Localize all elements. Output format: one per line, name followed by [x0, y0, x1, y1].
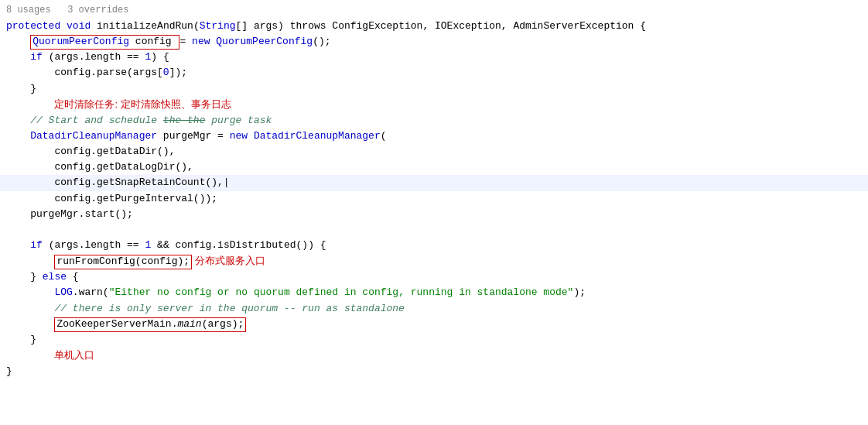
code-line-16: } else { — [0, 269, 868, 285]
code-line-14: if (args.length == 1 && config.isDistrib… — [0, 238, 868, 253]
code-line-12: config.getPurgeInterval()); — [0, 191, 868, 207]
annotation-purge: 定时清除任务: 定时清除快照、事务日志 — [54, 98, 231, 110]
code-line-10: config.getDataLogDir(), — [0, 159, 868, 175]
runfromconfig-box: runFromConfig(config); — [54, 255, 192, 269]
code-line-11: config.getSnapRetainCount(),| — [0, 175, 868, 190]
code-line-blank1 — [0, 222, 868, 238]
code-line-8: DatadirCleanupManager purgeMgr = new Dat… — [0, 129, 868, 144]
quorum-config-box: QuorumPeerConfig config — [30, 35, 179, 50]
code-line-2: QuorumPeerConfig config = new QuorumPeer… — [0, 34, 868, 50]
code-line-9: config.getDataDir(), — [0, 144, 868, 159]
code-line-15: runFromConfig(config);分布式服务入口 — [0, 253, 868, 269]
code-line-20: } — [0, 332, 868, 348]
code-line-6: 定时清除任务: 定时清除快照、事务日志 — [0, 97, 868, 113]
code-line-4: config.parse(args[0]); — [0, 65, 868, 81]
code-line-13: purgeMgr.start(); — [0, 207, 868, 222]
annotation-standalone: 单机入口 — [54, 349, 94, 361]
code-line-18: // there is only server in the quorum --… — [0, 301, 868, 317]
code-line-3: if (args.length == 1) { — [0, 50, 868, 65]
code-line-22: } — [0, 364, 868, 379]
code-line-7: // Start and schedule the the purge task — [0, 113, 868, 129]
code-line-21: 单机入口 — [0, 348, 868, 364]
overrides-count: 3 overrides — [67, 5, 128, 15]
code-line-1: protected void initializeAndRun(String[]… — [0, 19, 868, 34]
code-line-17: LOG.warn("Either no config or no quorum … — [0, 285, 868, 300]
code-container: 8 usages 3 overrides protected void init… — [0, 0, 868, 382]
code-line-5: } — [0, 81, 868, 97]
zookeeper-main-box: ZooKeeperServerMain.main(args); — [54, 317, 246, 332]
usages-count: 8 usages — [6, 5, 51, 15]
code-line-19: ZooKeeperServerMain.main(args); — [0, 317, 868, 332]
meta-line: 8 usages 3 overrides — [0, 3, 868, 19]
annotation-distributed: 分布式服务入口 — [195, 255, 265, 266]
